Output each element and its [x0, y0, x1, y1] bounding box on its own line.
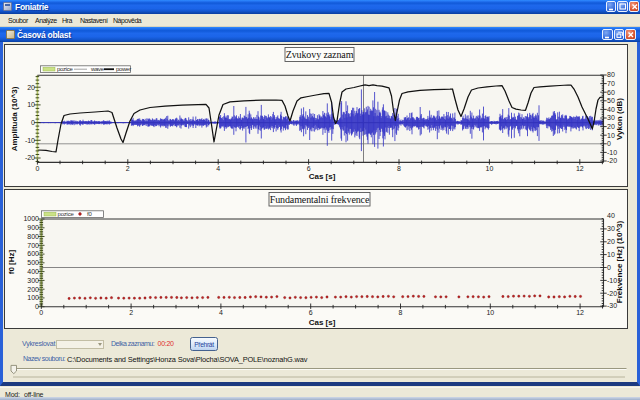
svg-text:-10: -10 — [25, 137, 35, 144]
svg-text:-20: -20 — [25, 154, 35, 161]
svg-text:20: 20 — [607, 123, 615, 130]
svg-text:Frekvence [Hz] (10^3): Frekvence [Hz] (10^3) — [615, 220, 624, 303]
svg-text:1000: 1000 — [23, 215, 39, 222]
svg-text:4: 4 — [219, 309, 223, 316]
svg-text:40: 40 — [607, 212, 615, 219]
svg-text:700: 700 — [27, 242, 39, 249]
svg-text:power: power — [116, 66, 131, 72]
svg-text:200: 200 — [27, 286, 39, 293]
svg-text:70: 70 — [607, 80, 615, 87]
svg-text:10: 10 — [607, 251, 615, 258]
svg-text:2: 2 — [129, 309, 133, 316]
svg-text:40: 40 — [607, 106, 615, 113]
svg-text:0: 0 — [35, 165, 39, 172]
svg-text:20: 20 — [607, 238, 615, 245]
svg-text:Cas [s]: Cas [s] — [309, 172, 336, 181]
svg-text:8: 8 — [399, 309, 403, 316]
svg-text:12: 12 — [576, 165, 584, 172]
svg-text:pozice: pozice — [58, 211, 75, 217]
svg-text:-10: -10 — [607, 149, 617, 156]
svg-text:10: 10 — [27, 101, 35, 108]
svg-text:600: 600 — [27, 250, 39, 257]
svg-text:2: 2 — [126, 165, 130, 172]
svg-text:6: 6 — [309, 309, 313, 316]
svg-text:10: 10 — [607, 132, 615, 139]
svg-text:0: 0 — [607, 264, 611, 271]
svg-text:Amplituda (10^3): Amplituda (10^3) — [10, 86, 19, 151]
svg-text:50: 50 — [607, 97, 615, 104]
svg-text:100: 100 — [27, 294, 39, 301]
svg-text:10: 10 — [486, 165, 494, 172]
svg-text:400: 400 — [27, 268, 39, 275]
svg-text:500: 500 — [27, 259, 39, 266]
svg-text:0: 0 — [607, 140, 611, 147]
svg-text:Zvukovy zaznam: Zvukovy zaznam — [286, 49, 354, 60]
svg-text:0: 0 — [39, 309, 43, 316]
svg-text:12: 12 — [576, 309, 584, 316]
svg-text:800: 800 — [27, 233, 39, 240]
svg-text:30: 30 — [607, 114, 615, 121]
svg-text:-20: -20 — [607, 157, 617, 164]
svg-text:wave: wave — [90, 66, 105, 72]
svg-text:30: 30 — [607, 225, 615, 232]
svg-text:4: 4 — [216, 165, 220, 172]
svg-text:Fundamentalni frekvence: Fundamentalni frekvence — [270, 194, 370, 205]
svg-text:f0 [Hz]: f0 [Hz] — [7, 249, 16, 274]
svg-text:Cas [s]: Cas [s] — [309, 318, 336, 327]
svg-text:8: 8 — [397, 165, 401, 172]
svg-text:60: 60 — [607, 89, 615, 96]
svg-text:300: 300 — [27, 277, 39, 284]
svg-text:0: 0 — [31, 119, 35, 126]
svg-text:pozice: pozice — [57, 66, 74, 72]
svg-text:80: 80 — [607, 71, 615, 78]
svg-text:Vykon (dB): Vykon (dB) — [615, 98, 624, 140]
svg-text:20: 20 — [27, 84, 35, 91]
svg-text:10: 10 — [486, 309, 494, 316]
svg-text:900: 900 — [27, 224, 39, 231]
